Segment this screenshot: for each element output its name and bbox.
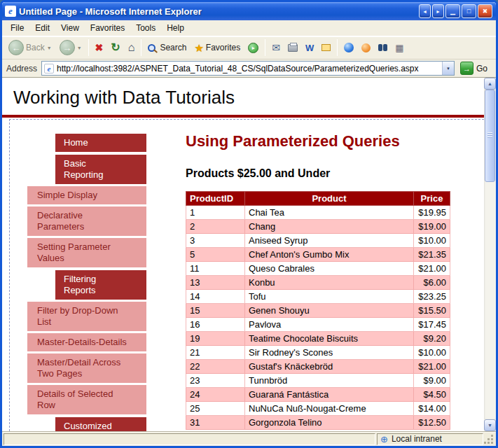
address-bar: Address e http://localhost:3982/ASPNET_D… [2, 59, 496, 78]
menu-item[interactable]: View [55, 20, 85, 36]
back-icon: ← [8, 40, 24, 55]
discuss-icon [321, 44, 331, 51]
cell-price: $19.95 [414, 206, 450, 220]
minimize-button[interactable]: ▁ [445, 4, 460, 18]
cell-product: Teatime Chocolate Biscuits [245, 332, 414, 346]
cell-price: $4.50 [414, 388, 450, 402]
go-button[interactable]: → Go [459, 62, 493, 75]
search-label: Search [160, 43, 186, 52]
research-button[interactable] [375, 43, 391, 52]
sidebar-item[interactable]: Master-Details-Details [27, 333, 146, 351]
cell-product: Sir Rodney's Scones [245, 346, 414, 360]
cell-price: $12.50 [414, 416, 450, 430]
sidebar-item[interactable]: Filter by Drop-Down List [27, 302, 146, 331]
home-button[interactable]: ⌂ [125, 41, 139, 55]
refresh-button[interactable]: ↻ [107, 41, 123, 55]
search-button[interactable]: Search [144, 41, 190, 54]
forward-dropdown-icon: ▼ [77, 46, 82, 50]
cell-price: $9.00 [414, 374, 450, 388]
sidebar-item[interactable]: Filtering Reports [55, 270, 146, 300]
cell-product: Chai Tea [245, 206, 414, 220]
menu-item[interactable]: Favorites [85, 20, 130, 36]
products-table: ProductID Product Price 1 Chai Tea [186, 191, 450, 430]
scroll-down-button[interactable]: ▼ [484, 419, 496, 431]
cell-product: Gorgonzola Telino [245, 416, 414, 430]
scrollbar-thumb[interactable] [485, 90, 495, 182]
cell-product: Konbu [245, 276, 414, 290]
menu-item[interactable]: Tools [130, 20, 161, 36]
browser-viewport: Working with Data Tutorials HomeBasic Re… [2, 78, 496, 431]
refresh-icon: ↻ [111, 42, 120, 53]
print-button[interactable] [284, 43, 301, 53]
vertical-scrollbar[interactable]: ▲ ▼ [484, 78, 496, 431]
sidebar-item[interactable]: Simple Display [27, 186, 146, 204]
title-extra-left-button[interactable]: ◄ [419, 4, 431, 18]
table-row: 5 Chef Anton's Gumbo Mix $21.35 [186, 248, 450, 262]
status-message-pane [4, 433, 375, 445]
cell-productid: 5 [186, 248, 245, 262]
page-content: Working with Data Tutorials HomeBasic Re… [2, 78, 484, 431]
intranet-zone-icon: ⊕ [380, 435, 388, 444]
menu-item[interactable]: Help [161, 20, 190, 36]
resize-grip[interactable] [485, 433, 494, 445]
media-button[interactable]: ▸ [244, 41, 262, 55]
favorites-star-icon: ★ [194, 43, 203, 53]
cell-product: Aniseed Syrup [245, 234, 414, 248]
sidebar-item[interactable]: Home [55, 134, 146, 152]
titlebar[interactable]: e Untitled Page - Microsoft Internet Exp… [2, 2, 496, 20]
menu-bar: FileEditViewFavoritesToolsHelp [2, 20, 496, 36]
address-input[interactable]: e http://localhost:3982/ASPNET_Data_Tuto… [41, 61, 455, 76]
toolbar-separator [337, 39, 338, 56]
header-rule [2, 115, 484, 118]
cell-price: $9.20 [414, 332, 450, 346]
go-arrow-icon: → [460, 62, 473, 75]
cell-price: $15.50 [414, 304, 450, 318]
browser-window: e Untitled Page - Microsoft Internet Exp… [0, 0, 498, 448]
sidebar-item[interactable]: Declarative Parameters [27, 206, 146, 236]
close-button[interactable]: ✖ [478, 4, 492, 18]
scroll-up-button[interactable]: ▲ [484, 78, 496, 90]
table-row: 11 Queso Cabrales $21.00 [186, 262, 450, 276]
menu-item[interactable]: Edit [29, 20, 55, 36]
cell-productid: 13 [186, 276, 245, 290]
table-row: 3 Aniseed Syrup $10.00 [186, 234, 450, 248]
discuss-button[interactable] [318, 43, 334, 52]
sidebar-item[interactable]: Master/Detail Across Two Pages [27, 354, 146, 383]
mail-icon: ✉ [272, 43, 280, 52]
stop-icon: ✖ [95, 43, 104, 52]
stop-button[interactable]: ✖ [92, 41, 107, 54]
table-row: 14 Tofu $23.25 [186, 290, 450, 304]
edit-button[interactable]: W [302, 42, 317, 54]
sidebar-item[interactable]: Customized Formatting [55, 417, 146, 431]
cell-product: Genen Shouyu [245, 304, 414, 318]
mail-button[interactable]: ✉ [268, 41, 284, 54]
forward-button[interactable]: → ▼ [56, 38, 85, 57]
favorites-button[interactable]: ★ Favorites [191, 41, 244, 55]
back-label: Back [26, 43, 45, 52]
table-header-row: ProductID Product Price [186, 192, 450, 206]
window-title: Untitled Page - Microsoft Internet Explo… [19, 6, 416, 17]
cell-price: $21.00 [414, 360, 450, 374]
sidebar-item[interactable]: Details of Selected Row [27, 385, 146, 414]
toolbar-options-button[interactable]: ▦ [392, 42, 407, 54]
back-button[interactable]: ← Back ▼ [5, 38, 55, 57]
cell-productid: 11 [186, 262, 245, 276]
sidebar-item[interactable]: Setting Parameter Values [27, 238, 146, 267]
cell-productid: 1 [186, 206, 245, 220]
menu-item[interactable]: File [5, 20, 29, 36]
sidebar-item[interactable]: Basic Reporting [55, 155, 146, 184]
title-extra-right-button[interactable]: ► [432, 4, 444, 18]
cell-productid: 16 [186, 318, 245, 332]
address-dropdown-button[interactable]: ▼ [442, 62, 454, 75]
cell-price: $14.00 [414, 402, 450, 416]
products-subheading: Products $25.00 and Under [186, 167, 450, 180]
cell-productid: 15 [186, 304, 245, 318]
cell-product: Pavlova [245, 318, 414, 332]
cell-price: $21.00 [414, 262, 450, 276]
msn-button[interactable] [340, 41, 357, 54]
maximize-button[interactable]: □ [462, 4, 476, 18]
scrollbar-track[interactable] [484, 90, 496, 419]
cell-product: Tunnbröd [245, 374, 414, 388]
messenger-button[interactable] [358, 42, 374, 54]
cell-product: NuNuCa Nuß-Nougat-Creme [245, 402, 414, 416]
